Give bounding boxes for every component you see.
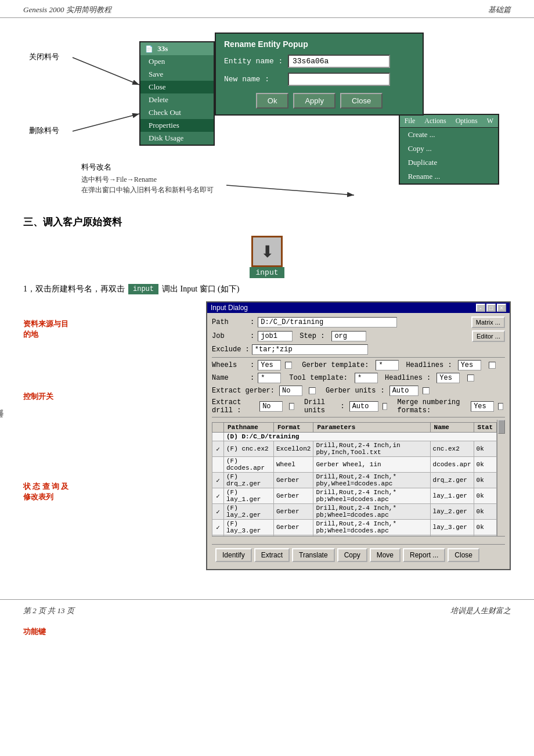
path-input[interactable] — [258, 317, 397, 327]
menu-item-open[interactable]: Open — [140, 55, 214, 68]
row-check[interactable]: ✓ — [212, 488, 224, 504]
drill-units-label: Drill units — [304, 398, 335, 415]
extract-gerber-checkbox[interactable] — [309, 387, 316, 394]
section2-title: 三、调入客户原始资料 — [23, 215, 511, 229]
submenu-file[interactable]: File — [400, 115, 420, 127]
table-row[interactable]: (D) D:/C_D/training — [212, 433, 497, 441]
dialog-title: Input Dialog — [211, 304, 248, 312]
extract-drill-input[interactable] — [259, 401, 283, 412]
input-icon-area: ⬇ input — [23, 236, 511, 278]
input-label: input — [250, 267, 284, 278]
extract-gerber-label: Extract gerber: — [212, 387, 275, 395]
report-btn[interactable]: Report ... — [403, 548, 445, 562]
table-container: Pathname Format Parameters Name Stat (D)… — [212, 420, 497, 536]
menu-item-diskusage[interactable]: Disk Usage — [140, 132, 214, 145]
job-input[interactable] — [258, 331, 293, 341]
table-row[interactable]: ✓(F) lay_4.gerGerberDrill,Rout,2-4 Inch,… — [212, 535, 497, 537]
merge-input[interactable] — [471, 401, 494, 412]
submenu-duplicate[interactable]: Duplicate — [400, 156, 498, 170]
submenu-options[interactable]: Options — [451, 115, 482, 127]
menu-item-close[interactable]: Close — [140, 81, 214, 93]
dialog-close-btn[interactable]: Close — [448, 548, 479, 562]
table-row[interactable]: ✓(F) lay_1.gerGerberDrill,Rout,2-4 Inch,… — [212, 488, 497, 504]
ann-status: 状 态 查 询 及修改表列 — [23, 481, 99, 502]
row-parameters: Drill,Rout,2-4 Inch,* pby,Wheel=dcodes.a… — [313, 473, 430, 488]
table-row[interactable]: ✓(F) lay_2.gerGerberDrill,Rout,2-4 Inch,… — [212, 504, 497, 520]
left-annotations: 资料来源与目的地 控制开关 状 态 查 询 及修改表列 功能键 切换开关 — [23, 301, 113, 570]
extract-gerber-row: Extract gerber: Gerber units : — [212, 386, 505, 396]
row-check[interactable]: ✓ — [212, 441, 224, 457]
row-check[interactable]: ✓ — [212, 535, 224, 537]
gerber-template-input[interactable] — [376, 360, 399, 370]
submenu-rename[interactable]: Rename ... — [400, 170, 498, 183]
tool-template-input[interactable] — [355, 373, 378, 383]
closex-btn[interactable]: × — [497, 304, 506, 312]
row-stat: 0k — [474, 488, 496, 504]
drill-units-checkbox[interactable] — [383, 403, 388, 410]
func-buttons: Identify Extract Translate Copy Move Rep… — [212, 544, 505, 566]
new-name-input[interactable] — [288, 73, 390, 86]
merge-checkbox[interactable] — [498, 403, 503, 410]
gerber-units-checkbox[interactable] — [423, 387, 430, 394]
close-button[interactable]: Close — [340, 93, 383, 109]
submenu-copy[interactable]: Copy ... — [400, 142, 498, 156]
entity-name-input[interactable] — [288, 55, 390, 68]
translate-btn[interactable]: Translate — [292, 548, 335, 562]
wheels-input[interactable] — [258, 360, 281, 370]
row-check[interactable]: ✓ — [212, 473, 224, 488]
row-check[interactable]: ✓ — [212, 504, 224, 520]
headlines-checkbox1[interactable] — [489, 362, 496, 369]
headlines-input1[interactable] — [458, 360, 481, 370]
menu-item-checkout[interactable]: Check Out — [140, 106, 214, 119]
scrollbar-vertical[interactable] — [497, 420, 505, 536]
table-row[interactable]: ✓(F) drq_z.gerGerberDrill,Rout,2-4 Inch,… — [212, 473, 497, 488]
step-input[interactable] — [331, 331, 366, 341]
row-check[interactable] — [212, 457, 224, 473]
extract-drill-checkbox[interactable] — [289, 403, 294, 410]
submenu-w[interactable]: W — [482, 115, 498, 127]
table-row[interactable]: (F) dcodes.aprWheelGerber Wheel, 1indcod… — [212, 457, 497, 473]
maximize-btn[interactable]: □ — [486, 304, 496, 312]
move-btn[interactable]: Move — [370, 548, 400, 562]
menu-item-delete[interactable]: Delete — [140, 93, 214, 106]
name-input[interactable] — [258, 373, 281, 383]
exclude-input[interactable] — [252, 344, 368, 355]
gerber-template-label: Gerber template: — [302, 361, 369, 369]
table-row[interactable]: ✓(F) cnc.ex2Excellon2Drill,Rout,2-4 Inch… — [212, 441, 497, 457]
copy-btn[interactable]: Copy — [337, 548, 367, 562]
row-pathname: (F) cnc.ex2 — [224, 441, 274, 457]
headlines-label1: Headlines : — [406, 361, 452, 369]
minimize-btn[interactable]: - — [476, 304, 485, 312]
context-menu[interactable]: 📄 33s Open Save Close Delete Check Out P… — [139, 41, 215, 146]
tool-template-label: Tool template: — [289, 374, 348, 382]
dialog-controls: - □ × — [476, 304, 506, 312]
row-pathname: (F) lay_2.ger — [224, 504, 274, 520]
ok-button[interactable]: Ok — [256, 93, 289, 109]
headlines-input2[interactable] — [436, 373, 460, 383]
table-row[interactable]: ✓(F) lay_3.gerGerberDrill,Rout,2-4 Inch,… — [212, 520, 497, 535]
drill-units-input[interactable] — [349, 401, 378, 412]
editor-btn[interactable]: Editor ... — [472, 330, 505, 342]
gerber-units-input[interactable] — [389, 386, 418, 396]
identify-btn[interactable]: Identify — [215, 548, 252, 562]
scrollbar-horizontal[interactable] — [212, 536, 505, 544]
row-parameters: Drill,Rout,2-4 Inch,* pb;Wheel=dcodes.ap… — [313, 488, 430, 504]
submenu-actions[interactable]: Actions — [420, 115, 450, 127]
apply-button[interactable]: Apply — [293, 93, 335, 109]
headlines-checkbox2[interactable] — [467, 375, 474, 381]
dialog-body: Path : Matrix ... Job : Step : Editor ..… — [207, 313, 510, 569]
table-scroll-area: Pathname Format Parameters Name Stat (D)… — [212, 420, 505, 536]
submenu-create[interactable]: Create ... — [400, 128, 498, 142]
col-format: Format — [273, 423, 313, 433]
extract-gerber-input[interactable] — [279, 386, 302, 396]
rename-desc2: 在弹出窗口中输入旧料号名和新料号名即可 — [81, 185, 214, 195]
scroll-thumb[interactable] — [498, 420, 505, 434]
row-check[interactable]: ✓ — [212, 520, 224, 535]
row-pathname: (F) dcodes.apr — [224, 457, 274, 473]
menu-item-save[interactable]: Save — [140, 68, 214, 81]
row-check[interactable] — [212, 433, 224, 441]
wheels-checkbox[interactable] — [285, 362, 292, 369]
menu-item-properties[interactable]: Properties — [140, 119, 214, 132]
matrix-btn[interactable]: Matrix ... — [471, 316, 505, 328]
extract-btn[interactable]: Extract — [254, 548, 290, 562]
